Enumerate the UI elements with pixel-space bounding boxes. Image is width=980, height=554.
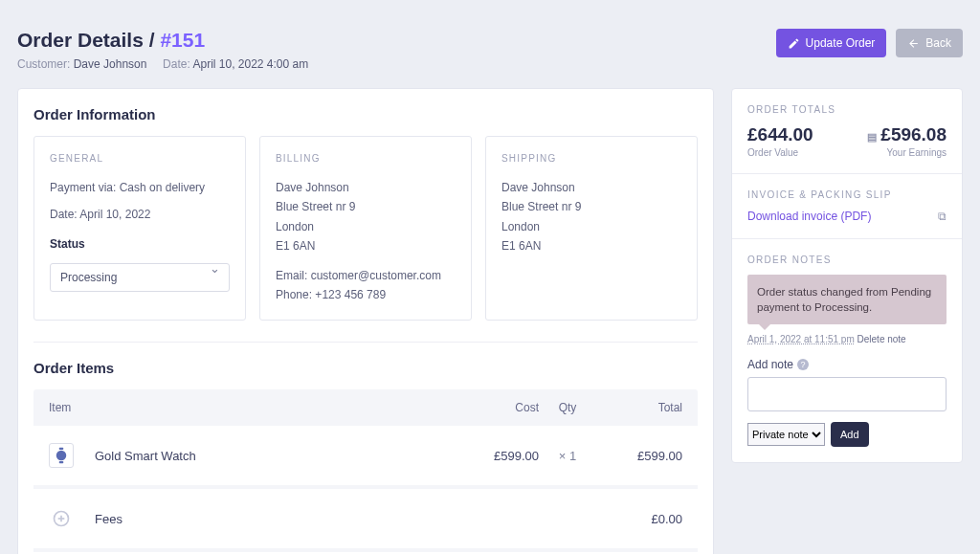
general-date: Date: April 10, 2022	[50, 205, 230, 224]
billing-name: Dave Johnson	[276, 178, 456, 197]
copy-icon[interactable]: ⧉	[938, 210, 947, 223]
earnings-value: ▤£596.08	[867, 124, 947, 145]
earnings-label: Your Earnings	[867, 147, 947, 158]
pencil-icon	[788, 37, 800, 50]
item-total: £599.00	[596, 449, 682, 463]
invoice-head: INVOICE & PACKING SLIP	[747, 189, 947, 200]
order-note: Order status changed from Pending paymen…	[747, 275, 947, 324]
delete-note-link[interactable]: Delete note	[858, 334, 906, 344]
customer-label: Customer:	[17, 57, 70, 71]
svg-rect-1	[59, 448, 64, 450]
item-name: Gold Smart Watch	[95, 449, 453, 463]
shipping-head: SHIPPING	[501, 150, 681, 166]
item-qty: × 1	[539, 449, 596, 463]
items-table-header: Item Cost Qty Total	[33, 389, 698, 426]
date-label: Date:	[163, 57, 190, 71]
order-items-heading: Order Items	[33, 360, 698, 376]
svg-point-0	[56, 451, 67, 461]
billing-phone: Phone: +123 456 789	[276, 285, 456, 304]
update-order-button[interactable]: Update Order	[776, 29, 887, 57]
billing-street: Blue Street nr 9	[276, 197, 456, 216]
order-totals-head: ORDER TOTALS	[747, 104, 947, 115]
page-title: Order Details / #151	[17, 29, 308, 52]
order-value: £644.00	[747, 124, 813, 145]
title-prefix: Order Details	[17, 29, 144, 51]
watch-icon	[53, 447, 70, 464]
item-cost: £599.00	[453, 449, 539, 463]
shipping-name: Dave Johnson	[501, 178, 681, 197]
add-note-label: Add note ?	[747, 358, 947, 371]
billing-head: BILLING	[276, 150, 456, 166]
add-note-button[interactable]: Add	[831, 422, 869, 447]
fees-icon-wrap	[49, 506, 74, 531]
status-select[interactable]: Processing	[50, 263, 230, 292]
subhead: Customer: Dave Johnson Date: April 10, 2…	[17, 57, 308, 71]
shipping-street: Blue Street nr 9	[501, 197, 681, 216]
title-slash: /	[149, 29, 155, 51]
col-item: Item	[49, 401, 453, 414]
customer-name: Dave Johnson	[74, 57, 147, 71]
general-card: GENERAL Payment via: Cash on delivery Da…	[33, 136, 246, 321]
billing-city: London	[276, 217, 456, 236]
update-order-label: Update Order	[806, 36, 876, 50]
help-icon[interactable]: ?	[797, 359, 809, 370]
col-cost: Cost	[453, 401, 539, 414]
svg-rect-2	[59, 461, 64, 463]
order-id: #151	[160, 29, 205, 51]
shipping-card: SHIPPING Dave Johnson Blue Street nr 9 L…	[485, 136, 698, 321]
back-label: Back	[925, 36, 951, 50]
col-total: Total	[596, 401, 682, 414]
product-thumb	[49, 443, 74, 468]
col-qty: Qty	[539, 401, 596, 414]
status-label: Status	[50, 234, 230, 254]
note-timestamp: April 1, 2022 at 11:51 pm	[747, 334, 855, 344]
order-info-heading: Order Information	[33, 106, 698, 122]
shipping-city: London	[501, 217, 681, 236]
payment-line: Payment via: Cash on delivery	[50, 178, 230, 197]
billing-email: Email: customer@customer.com	[276, 266, 456, 285]
note-type-select[interactable]: Private note	[747, 423, 825, 446]
billing-postcode: E1 6AN	[276, 236, 456, 255]
general-head: GENERAL	[50, 150, 230, 166]
arrow-left-icon	[907, 37, 920, 50]
order-value-label: Order Value	[747, 147, 813, 158]
order-date: April 10, 2022 4:00 am	[192, 57, 308, 71]
receipt-icon: ▤	[867, 131, 877, 143]
item-total: £0.00	[596, 512, 682, 526]
billing-card: BILLING Dave Johnson Blue Street nr 9 Lo…	[259, 136, 472, 321]
add-note-input[interactable]	[747, 377, 947, 411]
shipping-postcode: E1 6AN	[501, 236, 681, 255]
item-name: Fees	[95, 512, 453, 526]
table-row: Fees £0.00	[33, 489, 698, 552]
download-invoice-link[interactable]: Download invoice (PDF)	[747, 210, 871, 223]
plus-circle-icon	[52, 509, 71, 528]
order-notes-head: ORDER NOTES	[747, 255, 947, 265]
table-row: Gold Smart Watch £599.00 × 1 £599.00	[33, 426, 698, 489]
back-button[interactable]: Back	[896, 29, 963, 57]
note-meta: April 1, 2022 at 11:51 pm Delete note	[747, 334, 947, 344]
